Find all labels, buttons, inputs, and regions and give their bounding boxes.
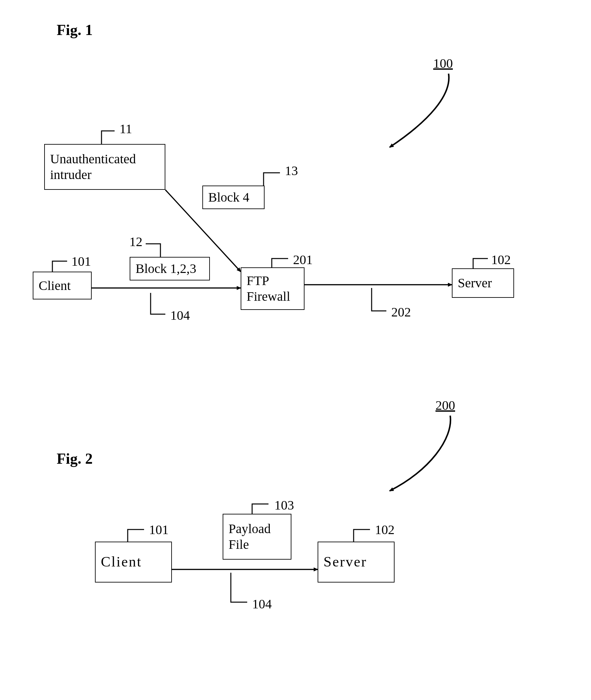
- box-firewall-line1: FTP: [247, 273, 299, 289]
- box-server-fig2-label: Server: [324, 553, 389, 571]
- ref-arrow-fw-server: 202: [391, 304, 411, 320]
- box-firewall: FTP Firewall: [241, 267, 305, 310]
- box-payload-line1: Payload: [228, 521, 285, 537]
- ref-payload: 103: [274, 497, 294, 513]
- box-client-fig1-label: Client: [39, 278, 86, 294]
- tick-202: [372, 288, 386, 311]
- ref-client-fig2: 101: [149, 522, 169, 537]
- box-server-fig1-label: Server: [458, 275, 508, 291]
- tick-102-fig1: [473, 258, 488, 268]
- tick-201: [272, 258, 288, 267]
- box-client-fig2: Client: [95, 542, 172, 582]
- tick-103: [252, 504, 268, 514]
- ref-block123: 12: [129, 234, 142, 249]
- ref-server-fig1: 102: [491, 252, 511, 267]
- box-server-fig1: Server: [452, 268, 514, 298]
- ref-arrow-client-server: 104: [252, 596, 272, 612]
- box-payload: Payload File: [223, 514, 291, 560]
- box-block123-label: Block 1,2,3: [136, 261, 204, 277]
- box-block4: Block 4: [202, 185, 265, 209]
- tick-13: [264, 173, 280, 185]
- ref-block4: 13: [285, 163, 298, 178]
- ref-client-fig1: 101: [71, 254, 91, 269]
- box-intruder-line1: Unauthenticated: [50, 151, 159, 167]
- tick-101-fig1: [52, 261, 67, 271]
- arrow-fig2-ref: [390, 416, 451, 491]
- ref-firewall: 201: [293, 252, 313, 267]
- arrows-svg: [0, 0, 591, 700]
- box-payload-line2: File: [228, 537, 285, 552]
- fig2-title: Fig. 2: [57, 450, 93, 467]
- tick-102-fig2: [353, 530, 370, 542]
- fig1-title: Fig. 1: [57, 21, 93, 38]
- tick-101-fig2: [128, 530, 144, 542]
- box-firewall-line2: Firewall: [247, 289, 299, 304]
- diagram-page: Fig. 1 100 Unauthenticated intruder 11 B…: [0, 0, 591, 700]
- box-intruder-line2: intruder: [50, 167, 159, 182]
- box-client-fig2-label: Client: [101, 553, 166, 571]
- fig1-ref: 100: [433, 56, 453, 71]
- tick-12: [146, 244, 160, 257]
- arrow-fig1-ref: [390, 74, 449, 147]
- box-intruder: Unauthenticated intruder: [44, 144, 166, 190]
- tick-104-fig1: [151, 293, 166, 314]
- box-block4-label: Block 4: [208, 189, 259, 205]
- fig2-ref: 200: [436, 398, 455, 413]
- ref-server-fig2: 102: [375, 522, 395, 537]
- ref-intruder: 11: [120, 121, 132, 137]
- box-server-fig2: Server: [318, 542, 395, 582]
- box-client-fig1: Client: [33, 271, 92, 299]
- tick-104-fig2: [231, 573, 247, 602]
- box-block123: Block 1,2,3: [130, 257, 210, 281]
- tick-11: [102, 131, 115, 144]
- ref-arrow-client-fw: 104: [170, 308, 190, 323]
